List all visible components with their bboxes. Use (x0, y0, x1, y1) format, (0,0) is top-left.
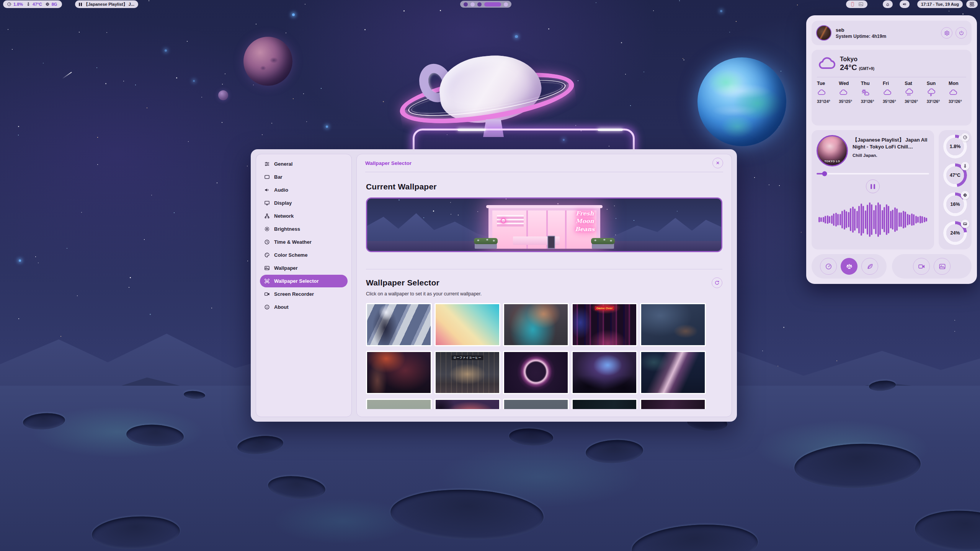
media-pill[interactable]: 【Japanese Playlist】 J... (75, 0, 138, 8)
sidebar-item-general[interactable]: General (260, 158, 348, 170)
divider (366, 269, 722, 269)
settings-main-panel: Wallpaper Selector ✕ Current Wallpaper (356, 154, 732, 417)
palette-icon (264, 252, 270, 258)
volume-button[interactable] (900, 0, 910, 8)
ram-value: 8G (52, 2, 57, 7)
weather-timezone: (GMT+9) (859, 67, 874, 71)
close-button[interactable]: ✕ (712, 158, 723, 168)
seek-slider[interactable] (817, 171, 929, 176)
clock-pill[interactable]: 17:17 - Tue, 19 Aug (917, 0, 963, 8)
sidebar-item-screen-recorder[interactable]: Screen Recorder (260, 288, 348, 300)
wallpaper-grid: Game Over ローファイコーヒー (366, 303, 722, 409)
sidebar-item-network[interactable]: Network (260, 210, 348, 222)
workspace-dot-4[interactable] (484, 2, 501, 7)
forecast-day-thu: Thu 33°/26° (861, 81, 879, 104)
forecast-day-fri: Fri 35°/26° (883, 81, 900, 104)
current-wallpaper-heading: Current Wallpaper (366, 182, 722, 191)
clock-label: 17:17 - Tue, 19 Aug (921, 2, 959, 7)
selector-heading: Wallpaper Selector (366, 278, 439, 287)
wallpaper-thumb-lofi-cafe[interactable]: ローファイコーヒー (434, 351, 500, 394)
sidebar-item-wallpaper-selector[interactable]: Wallpaper Selector (260, 275, 348, 287)
dashboard-icon (969, 2, 975, 7)
audio-visualizer (817, 195, 929, 245)
wallpaper-thumb-snow-village[interactable] (640, 303, 706, 346)
media-pill-label: 【Japanese Playlist】 J... (84, 2, 134, 7)
window-title: Wallpaper Selector (365, 160, 412, 166)
weather-city: Tokyo (840, 56, 874, 63)
sidebar-item-wallpaper[interactable]: Wallpaper (260, 262, 348, 274)
moon-cafe: Fresh Moon Beans (488, 205, 600, 249)
speaker-icon (264, 187, 270, 193)
user-card: seb System Uptime: 4h19m (812, 21, 972, 45)
workspace-dot-1[interactable] (464, 2, 468, 7)
image-select-icon (264, 278, 270, 284)
ram-icon (45, 2, 50, 7)
cloud-icon (839, 88, 847, 97)
refresh-button[interactable] (712, 277, 722, 288)
gauge-chip: 16% (943, 192, 967, 216)
wallpaper-thumb-cyberpunk-arcade[interactable]: Game Over (572, 303, 637, 346)
top-bar: 1.8% 47°C 8G 【Japanese Playlist】 J... 17… (0, 0, 980, 8)
notifications-bell[interactable] (883, 0, 893, 8)
monitor-icon (264, 200, 270, 206)
avatar (816, 25, 831, 41)
gauge-disk: 24% (943, 221, 967, 245)
weather-forecast: Tue 33°/24° Wed 35°/25° Thu 33°/26° Fri … (817, 81, 966, 104)
video-icon (264, 291, 270, 297)
slider-knob[interactable] (822, 171, 827, 176)
workspace-dot-3[interactable] (477, 2, 482, 7)
wallpaper-thumb-dark-pines[interactable] (572, 399, 637, 409)
wallpaper-thumb-wire-wave[interactable] (640, 351, 706, 394)
sidebar-item-brightness[interactable]: Brightness (260, 223, 348, 235)
power-button[interactable] (956, 27, 967, 39)
performance-mode-button[interactable] (820, 258, 837, 275)
sun-cloud-icon (861, 88, 869, 97)
cafe-neon-sign: Fresh Moon Beans (575, 210, 595, 233)
selector-subtitle: Click on a wallpaper to set it as your c… (366, 291, 722, 297)
sidebar-item-about[interactable]: About (260, 301, 348, 313)
tray-pill (846, 0, 867, 8)
screenshot-tray-icon[interactable] (858, 2, 864, 7)
balanced-mode-button[interactable] (841, 258, 858, 275)
settings-content[interactable]: Current Wallpaper Fresh Moon Beans (357, 172, 732, 409)
wallpaper-thumb-pastel-gradient[interactable] (434, 303, 500, 346)
workspace-indicator (460, 1, 511, 8)
speedometer-icon (961, 133, 969, 142)
sidebar-item-audio[interactable]: Audio (260, 184, 348, 196)
phone-link-icon[interactable] (850, 2, 855, 7)
wallpaper-thumb-autumn-grove[interactable] (434, 399, 500, 409)
dashboard-button[interactable] (966, 0, 978, 8)
wallpaper-thumb-purple-ring[interactable] (503, 351, 569, 394)
pause-button[interactable] (866, 179, 880, 193)
weather-card: Tokyo 24°C (GMT+9) Tue 33°/24° Wed 35°/2… (812, 50, 972, 126)
bell-icon (885, 2, 890, 7)
sidebar-item-bar[interactable]: Bar (260, 171, 348, 183)
sidebar-item-display[interactable]: Display (260, 197, 348, 209)
wallpaper-thumb-ember-forest[interactable] (366, 351, 432, 394)
workspace-dot-2[interactable] (470, 2, 475, 7)
capture-pill (892, 254, 972, 279)
wallpaper-thumb-slate-mist[interactable] (503, 399, 569, 409)
forecast-day-sat: Sat 36°/26° (905, 81, 922, 104)
powersave-mode-button[interactable] (861, 258, 878, 275)
wallpaper-thumb-sage-field[interactable] (366, 399, 432, 409)
settings-button[interactable] (941, 27, 952, 39)
brightness-icon (264, 226, 270, 232)
wallpaper-thumb-anime-street[interactable] (366, 303, 432, 346)
system-gauges: 1.8% 47°C 16% 24% (939, 130, 972, 249)
screen-record-button[interactable] (913, 258, 930, 275)
screenshot-button[interactable] (934, 258, 951, 275)
cpu-usage: 1.8% (13, 2, 23, 7)
workspace-dot-5[interactable] (504, 2, 508, 7)
wallpaper-thumb-plum-dusk[interactable] (640, 399, 706, 409)
small-planet (218, 90, 228, 100)
sidebar-item-time-weather[interactable]: Time & Weather (260, 236, 348, 248)
system-stats-pill[interactable]: 1.8% 47°C 8G (3, 0, 62, 8)
cpu-icon (7, 2, 11, 7)
wallpaper-thumb-teal-blur[interactable] (503, 303, 569, 346)
system-uptime: System Uptime: 4h19m (836, 34, 886, 39)
network-icon (264, 213, 270, 219)
cafe-chalkboard (547, 236, 555, 249)
wallpaper-thumb-nebula-forest[interactable] (572, 351, 637, 394)
sidebar-item-color-scheme[interactable]: Color Scheme (260, 249, 348, 261)
